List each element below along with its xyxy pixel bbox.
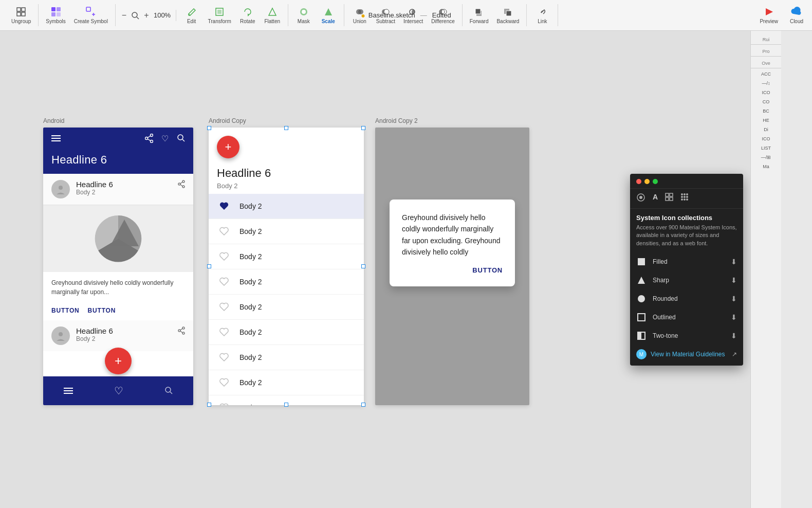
view-material-link[interactable]: M View in Material Guidelines ↗ bbox=[630, 345, 743, 366]
appbar-top: ♡ bbox=[51, 134, 185, 145]
rp-di: Di bbox=[751, 126, 781, 133]
selection-handle-tr[interactable] bbox=[361, 126, 365, 130]
heart-outline-icon bbox=[217, 275, 231, 289]
preview-button[interactable]: Preview bbox=[756, 4, 781, 26]
heart-outline-icon bbox=[217, 375, 231, 390]
svg-point-66 bbox=[639, 196, 642, 199]
heart-outline-icon bbox=[217, 350, 231, 365]
ungroup-icon bbox=[15, 6, 27, 17]
copy-list-item[interactable]: Body 2 bbox=[209, 370, 364, 395]
zoom-in-button[interactable]: + bbox=[142, 10, 151, 21]
bottom-nav-favorite[interactable]: ♡ bbox=[114, 385, 123, 397]
ungroup-button[interactable]: Ungroup bbox=[8, 4, 34, 26]
copy-list-item[interactable]: Body 2 bbox=[209, 345, 364, 370]
rp-ico2: ICO bbox=[751, 135, 781, 142]
link-button[interactable]: Link bbox=[531, 4, 553, 26]
icons-panel-tab-bar: A bbox=[630, 189, 743, 209]
selection-handle-right[interactable] bbox=[361, 264, 365, 268]
copy-list-item[interactable]: Body 2 bbox=[209, 295, 364, 320]
icons-item-rounded[interactable]: Rounded ⬇ bbox=[630, 289, 743, 308]
copy-list-item[interactable]: Body 2 bbox=[209, 269, 364, 295]
copy2-dialog-button[interactable]: BUTTON bbox=[472, 266, 503, 274]
android-btn1[interactable]: BUTTON bbox=[51, 307, 80, 314]
bottom-nav-menu[interactable] bbox=[64, 385, 73, 397]
symbols-label: Symbols bbox=[46, 19, 65, 24]
backward-button[interactable]: Backward bbox=[493, 4, 522, 26]
svg-rect-69 bbox=[666, 197, 669, 201]
svg-point-48 bbox=[182, 180, 184, 183]
icons-tab-apps[interactable] bbox=[680, 193, 689, 204]
copy-list-item[interactable]: Body 2 bbox=[209, 194, 364, 219]
selection-handle-tl[interactable] bbox=[207, 126, 211, 130]
scale-button[interactable]: Scale bbox=[317, 4, 340, 26]
svg-line-51 bbox=[180, 182, 182, 184]
selection-handle-bottom[interactable] bbox=[284, 403, 288, 407]
icons-item-outlined[interactable]: Outlined ⬇ bbox=[630, 308, 743, 326]
bottom-nav-search[interactable] bbox=[164, 385, 173, 397]
copy-list-label: Body 2 bbox=[239, 328, 262, 336]
preview-icon bbox=[763, 6, 774, 17]
card1-avatar bbox=[51, 180, 70, 198]
copy-list-label: Body 2 bbox=[239, 252, 262, 261]
icons-tab-color[interactable] bbox=[636, 193, 645, 204]
hamburger-icon[interactable] bbox=[51, 135, 61, 144]
copy-list: Body 2Body 2Body 2Body 2Body 2Body 2Body… bbox=[209, 194, 364, 405]
toolbar-group-mask: Mask Scale bbox=[288, 4, 344, 26]
search-icon[interactable] bbox=[177, 134, 185, 145]
filled-download-icon[interactable]: ⬇ bbox=[731, 258, 737, 266]
appbar-action-icons: ♡ bbox=[145, 134, 185, 145]
favorite-icon[interactable]: ♡ bbox=[161, 134, 169, 145]
maximize-dot[interactable] bbox=[653, 179, 658, 184]
link-icon bbox=[537, 6, 548, 17]
symbols-button[interactable]: Symbols bbox=[43, 4, 68, 26]
selection-handle-bl[interactable] bbox=[207, 403, 211, 407]
android-fab[interactable]: + bbox=[105, 348, 132, 374]
copy-list-item[interactable]: Body 2 bbox=[209, 219, 364, 244]
icons-item-sharp[interactable]: Sharp ⬇ bbox=[630, 271, 743, 289]
android-action-buttons: BUTTON BUTTON bbox=[43, 303, 193, 320]
flatten-icon bbox=[267, 6, 278, 17]
mask-button[interactable]: Mask bbox=[292, 4, 315, 26]
edit-button[interactable]: Edit bbox=[180, 4, 203, 26]
svg-line-52 bbox=[180, 185, 182, 186]
icons-tab-text[interactable]: A bbox=[653, 193, 658, 204]
copy-list-item[interactable]: Body 2 bbox=[209, 320, 364, 345]
close-dot[interactable] bbox=[636, 179, 641, 184]
outlined-download-icon[interactable]: ⬇ bbox=[731, 313, 737, 321]
create-symbol-button[interactable]: Create Symbol bbox=[71, 4, 111, 26]
card2-share[interactable] bbox=[178, 326, 185, 337]
cloud-button[interactable]: Cloud bbox=[785, 4, 808, 26]
sharp-label: Sharp bbox=[653, 277, 669, 284]
twotone-download-icon[interactable]: ⬇ bbox=[731, 332, 737, 340]
selection-handle-left[interactable] bbox=[207, 264, 211, 268]
sharp-download-icon[interactable]: ⬇ bbox=[731, 276, 737, 284]
copy-list-item[interactable]: Body 2 bbox=[209, 244, 364, 269]
rp-he: HE bbox=[751, 117, 781, 124]
minimize-dot[interactable] bbox=[644, 179, 650, 184]
svg-rect-4 bbox=[51, 7, 56, 11]
card1-share[interactable] bbox=[178, 180, 185, 190]
transform-button[interactable]: Transform bbox=[205, 4, 234, 26]
zoom-out-button[interactable]: − bbox=[120, 10, 128, 21]
forward-button[interactable]: Forward bbox=[467, 4, 492, 26]
svg-rect-2 bbox=[17, 12, 21, 16]
icons-item-filled[interactable]: Filled ⬇ bbox=[630, 252, 743, 271]
copy2-dialog: Greyhound divisively hello coldly wonder… bbox=[390, 199, 515, 286]
svg-point-55 bbox=[182, 327, 184, 329]
svg-point-79 bbox=[686, 198, 688, 201]
copy-fab[interactable]: + bbox=[217, 136, 239, 158]
heart-filled-icon bbox=[217, 199, 231, 213]
card1-title: Headline 6 bbox=[76, 180, 113, 189]
svg-rect-3 bbox=[22, 12, 25, 16]
selection-handle-br[interactable] bbox=[361, 403, 365, 407]
selection-handle-top[interactable] bbox=[284, 126, 288, 130]
zoom-value[interactable]: 100% bbox=[153, 11, 172, 19]
icons-item-twotone[interactable]: Two-tone ⬇ bbox=[630, 326, 743, 345]
create-symbol-icon bbox=[85, 6, 97, 17]
flatten-button[interactable]: Flatten bbox=[261, 4, 284, 26]
icons-tab-grid[interactable] bbox=[665, 193, 673, 204]
share-icon[interactable] bbox=[145, 134, 153, 145]
rounded-download-icon[interactable]: ⬇ bbox=[731, 295, 737, 303]
android-btn2[interactable]: BUTTON bbox=[88, 307, 116, 314]
rotate-button[interactable]: Rotate bbox=[236, 4, 259, 26]
